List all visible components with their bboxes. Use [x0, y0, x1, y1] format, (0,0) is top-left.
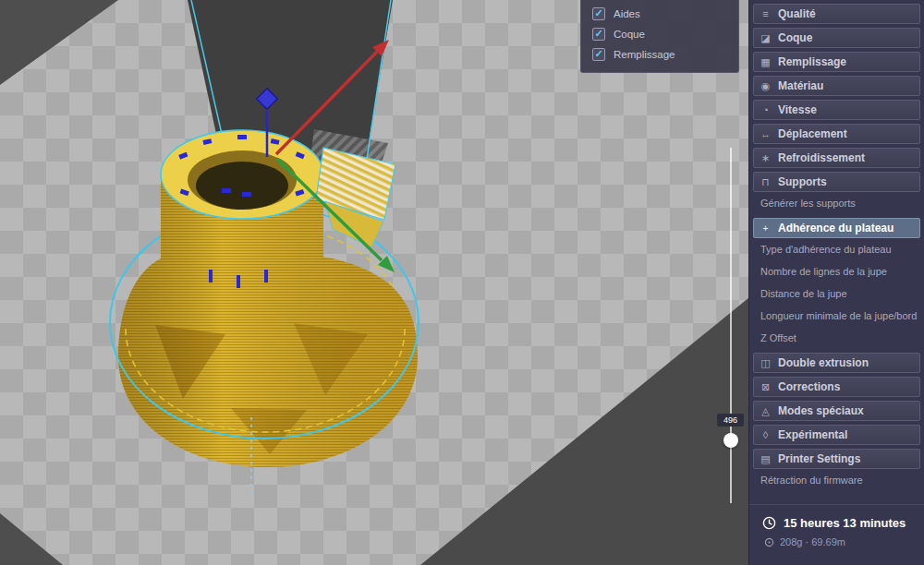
- setting-label: Distance de la jupe: [760, 288, 847, 299]
- filament-spool-icon: [764, 537, 774, 547]
- category-label: Modes spéciaux: [778, 404, 864, 417]
- layer-slider[interactable]: 496: [723, 148, 739, 503]
- checkbox-checked-icon[interactable]: ✓: [592, 28, 605, 41]
- view-filter-remplissage[interactable]: ✓Remplissage: [581, 44, 738, 65]
- print-info: 15 heures 13 minutes 208g · 69.69m: [749, 504, 924, 565]
- quality-icon: ≡: [760, 8, 772, 19]
- category-label: Vitesse: [778, 103, 817, 116]
- settings-category-refroidissement[interactable]: ∗Refroidissement: [753, 148, 920, 168]
- layer-slider-track[interactable]: [730, 148, 732, 503]
- category-label: Expérimental: [778, 428, 847, 441]
- category-label: Adhérence du plateau: [778, 222, 894, 234]
- model-top-ring: [161, 130, 323, 219]
- dual-extrusion-icon: ◫: [760, 357, 772, 369]
- category-label: Remplissage: [778, 55, 846, 68]
- checkbox-label: Remplissage: [614, 49, 675, 60]
- setting-nombre-de-lignes-de-la-jupe[interactable]: Nombre de lignes de la jupe: [749, 260, 924, 282]
- infill-icon: ▦: [760, 56, 772, 68]
- category-label: Printer Settings: [778, 452, 860, 465]
- setting-label: Générer les supports: [760, 198, 856, 209]
- settings-category-modes-speciaux[interactable]: ◬Modes spéciaux: [753, 401, 920, 421]
- settings-category-adherence-du-plateau[interactable]: +Adhérence du plateau: [753, 218, 920, 238]
- settings-category-qualite[interactable]: ≡Qualité: [753, 4, 920, 24]
- adhesion-icon: +: [760, 222, 772, 234]
- settings-panel: ≡Qualité◪Coque▦Remplissage◉Matériau◔Vite…: [748, 0, 924, 565]
- category-label: Matériau: [778, 79, 823, 92]
- category-label: Supports: [778, 175, 827, 188]
- settings-category-double-extrusion[interactable]: ◫Double extrusion: [753, 353, 920, 373]
- setting-type-d-adherence-du-plateau[interactable]: Type d'adhérence du plateau: [749, 238, 924, 260]
- category-label: Qualité: [778, 7, 816, 20]
- view-filter-aides[interactable]: ✓Aides: [581, 4, 738, 24]
- speed-icon: ◔: [760, 104, 772, 115]
- printer-settings-icon: ▤: [760, 453, 772, 465]
- setting-retraction-du-firmware[interactable]: Rétraction du firmware: [749, 469, 924, 491]
- settings-category-remplissage[interactable]: ▦Remplissage: [753, 52, 920, 72]
- print-time-value: 15 heures 13 minutes: [784, 516, 906, 530]
- settings-category-deplacement[interactable]: ↔Déplacement: [753, 124, 920, 144]
- setting-label: Longueur minimale de la jupe/bord: [760, 310, 917, 321]
- setting-distance-de-la-jupe[interactable]: Distance de la jupe: [749, 282, 924, 305]
- setting-z-offset[interactable]: Z Offset: [749, 327, 924, 349]
- shell-icon: ◪: [760, 32, 772, 44]
- settings-category-coque[interactable]: ◪Coque: [753, 28, 920, 48]
- setting-longueur-minimale-de-la-jupe-bord[interactable]: Longueur minimale de la jupe/bord: [749, 305, 924, 327]
- category-label: Double extrusion: [778, 356, 869, 369]
- cura-window: ✓Aides✓Coque✓Remplissage 496 ≡Qualité◪Co…: [0, 0, 924, 565]
- setting-label: Type d'adhérence du plateau: [760, 244, 892, 255]
- settings-category-vitesse[interactable]: ◔Vitesse: [753, 100, 920, 120]
- support-tower: [316, 148, 395, 247]
- category-label: Corrections: [778, 380, 840, 393]
- category-label: Refroidissement: [778, 151, 865, 164]
- material-usage-row: 208g · 69.69m: [764, 536, 924, 547]
- cooling-icon: ∗: [760, 152, 772, 164]
- view-filter-panel: ✓Aides✓Coque✓Remplissage: [580, 0, 739, 73]
- clock-icon: [762, 516, 776, 530]
- category-label: Déplacement: [778, 127, 847, 140]
- settings-category-printer-settings[interactable]: ▤Printer Settings: [753, 449, 920, 469]
- setting-label: Nombre de lignes de la jupe: [760, 266, 887, 277]
- settings-category-corrections[interactable]: ⊠Corrections: [753, 377, 920, 397]
- checkbox-checked-icon[interactable]: ✓: [592, 48, 605, 61]
- settings-category-experimental[interactable]: ◊Expérimental: [753, 425, 920, 445]
- checkbox-checked-icon[interactable]: ✓: [592, 7, 605, 20]
- material-usage-value: 208g · 69.69m: [780, 536, 845, 547]
- setting-generer-les-supports[interactable]: Générer les supports: [749, 192, 924, 214]
- travel-icon: ↔: [760, 128, 772, 139]
- special-modes-icon: ◬: [760, 405, 772, 417]
- checkbox-label: Coque: [614, 29, 645, 40]
- material-icon: ◉: [760, 80, 772, 92]
- setting-label: Z Offset: [760, 332, 796, 343]
- settings-category-materiau[interactable]: ◉Matériau: [753, 76, 920, 96]
- print-time-row: 15 heures 13 minutes: [762, 516, 924, 530]
- support-icon: ⊓: [760, 176, 772, 188]
- experimental-icon: ◊: [760, 429, 772, 440]
- settings-category-supports[interactable]: ⊓Supports: [753, 172, 920, 192]
- fixes-icon: ⊠: [760, 381, 772, 393]
- checkbox-label: Aides: [614, 8, 640, 19]
- setting-label: Rétraction du firmware: [760, 475, 863, 486]
- layer-slider-handle[interactable]: [723, 433, 738, 448]
- category-label: Coque: [778, 31, 812, 44]
- view-filter-coque[interactable]: ✓Coque: [581, 24, 738, 44]
- model[interactable]: [118, 130, 418, 467]
- layer-value-badge: 496: [717, 414, 744, 427]
